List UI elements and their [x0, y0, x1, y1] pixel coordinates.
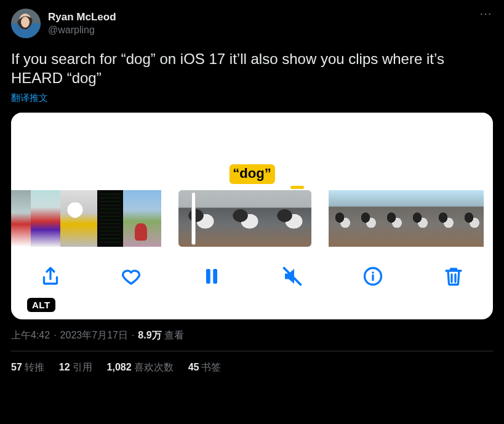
more-options-icon[interactable]: ⋯	[479, 6, 493, 21]
display-name[interactable]: Ryan McLeod	[48, 10, 116, 23]
info-icon[interactable]	[358, 262, 388, 291]
thumbnail[interactable]	[11, 190, 31, 247]
avatar[interactable]	[11, 9, 41, 38]
translate-link[interactable]: 翻译推文	[11, 92, 493, 104]
bookmarks-count: 45	[188, 362, 199, 372]
retweets-label: 转推	[25, 362, 44, 372]
media-toolbar	[11, 247, 493, 319]
thumbnail[interactable]	[123, 190, 161, 247]
thumbnail[interactable]	[97, 190, 123, 247]
thumbnail[interactable]	[432, 190, 458, 247]
retweets-count: 57	[11, 362, 22, 372]
media-card-top: “dog”	[11, 113, 493, 190]
thumbnail[interactable]	[354, 190, 380, 247]
share-icon[interactable]	[36, 262, 65, 291]
tweet-meta: 上午4:42 · 2023年7月17日 · 8.9万 查看	[11, 329, 493, 342]
clip-group-1[interactable]	[11, 190, 161, 247]
author-name-block: Ryan McLeod @warpling	[48, 10, 116, 36]
views-label: 查看	[164, 329, 184, 342]
pause-icon[interactable]	[197, 262, 226, 291]
tweet-container: ⋯ Ryan McLeod @warpling If you search fo…	[0, 0, 504, 374]
thumbnail[interactable]	[60, 190, 97, 247]
thumbnail[interactable]	[458, 190, 484, 247]
clip-group-2-active[interactable]	[178, 190, 311, 247]
trash-icon[interactable]	[439, 262, 468, 291]
mute-icon[interactable]	[278, 262, 307, 291]
clip-group-3[interactable]	[329, 190, 484, 247]
quotes-label: 引用	[73, 362, 92, 372]
media-card[interactable]: “dog”	[11, 113, 493, 319]
meta-separator: ·	[130, 330, 135, 341]
thumbnail[interactable]	[223, 190, 267, 247]
thumbnail[interactable]	[380, 190, 406, 247]
video-timeline[interactable]	[11, 190, 493, 247]
svg-rect-4	[206, 269, 210, 284]
quotes-count: 12	[59, 362, 70, 372]
stat-likes[interactable]: 1,082喜欢次数	[107, 361, 174, 374]
heart-icon[interactable]	[116, 262, 146, 291]
likes-count: 1,082	[107, 362, 132, 372]
caption-label: “dog”	[229, 164, 274, 184]
tweet-header: Ryan McLeod @warpling	[11, 9, 493, 38]
thumbnail[interactable]	[267, 190, 311, 247]
thumbnail[interactable]	[406, 190, 432, 247]
stat-bookmarks[interactable]: 45书签	[188, 361, 222, 374]
svg-point-3	[21, 17, 30, 28]
thumbnail[interactable]	[329, 190, 354, 247]
tweet-time[interactable]: 上午4:42	[11, 329, 50, 342]
thumbnail[interactable]	[178, 190, 223, 247]
timeline-marker	[290, 186, 304, 189]
stat-retweets[interactable]: 57转推	[11, 361, 44, 374]
avatar-image	[11, 9, 41, 38]
bookmarks-label: 书签	[201, 362, 221, 372]
stat-quotes[interactable]: 12引用	[59, 361, 92, 374]
alt-badge[interactable]: ALT	[27, 298, 55, 312]
meta-separator: ·	[52, 330, 57, 341]
tweet-date[interactable]: 2023年7月17日	[60, 329, 128, 342]
likes-label: 喜欢次数	[134, 362, 174, 372]
svg-rect-5	[213, 269, 217, 284]
svg-point-9	[372, 272, 374, 274]
tweet-text: If you search for “dog” on iOS 17 it’ll …	[11, 49, 493, 87]
tweet-stats: 57转推 12引用 1,082喜欢次数 45书签	[11, 351, 493, 374]
handle[interactable]: @warpling	[48, 24, 116, 36]
thumbnail[interactable]	[31, 190, 60, 247]
views-count[interactable]: 8.9万	[138, 329, 161, 342]
